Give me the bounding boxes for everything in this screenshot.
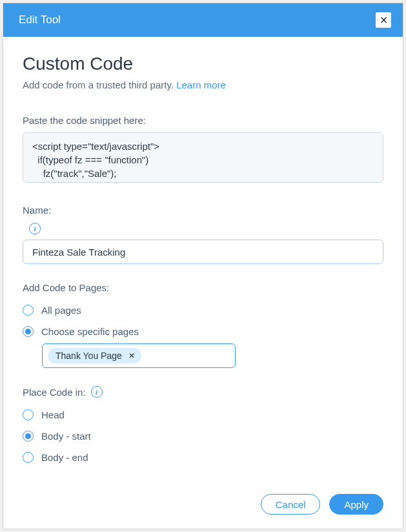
pages-radio-group: All pages Choose specific pages Thank Yo… bbox=[23, 300, 383, 368]
apply-button[interactable]: Apply bbox=[329, 494, 383, 515]
radio-specific-pages-label: Choose specific pages bbox=[41, 326, 139, 337]
specific-pages-input[interactable]: Thank You Page ✕ bbox=[42, 343, 236, 368]
modal-title: Edit Tool bbox=[19, 14, 61, 26]
radio-head[interactable] bbox=[23, 409, 34, 420]
radio-row-specific-pages[interactable]: Choose specific pages bbox=[23, 321, 383, 342]
page-title: Custom Code bbox=[23, 54, 383, 74]
modal-header: Edit Tool ✕ bbox=[3, 3, 403, 37]
page-pill-label: Thank You Page bbox=[56, 351, 122, 361]
code-snippet-input[interactable] bbox=[23, 132, 383, 183]
radio-row-head[interactable]: Head bbox=[23, 404, 383, 425]
code-label: Paste the code snippet here: bbox=[23, 115, 383, 126]
place-radio-group: Head Body - start Body - end bbox=[23, 404, 383, 468]
radio-head-label: Head bbox=[41, 409, 65, 420]
place-code-label: Place Code in: i bbox=[23, 386, 383, 398]
radio-all-pages-label: All pages bbox=[41, 305, 81, 316]
radio-specific-pages[interactable] bbox=[23, 326, 34, 337]
place-code-section: Place Code in: i Head Body - start Body … bbox=[23, 386, 383, 468]
radio-body-end[interactable] bbox=[23, 452, 34, 463]
close-button[interactable]: ✕ bbox=[376, 12, 391, 28]
radio-row-all-pages[interactable]: All pages bbox=[23, 300, 383, 321]
radio-body-end-label: Body - end bbox=[41, 452, 88, 463]
add-pages-label: Add Code to Pages: bbox=[23, 282, 383, 293]
info-icon[interactable]: i bbox=[29, 223, 41, 234]
radio-all-pages[interactable] bbox=[23, 305, 34, 316]
page-subtitle: Add code from a trusted third party. Lea… bbox=[23, 79, 383, 90]
place-code-label-text: Place Code in: bbox=[23, 387, 86, 398]
name-label: Name: bbox=[23, 205, 383, 216]
modal-body: Custom Code Add code from a trusted thir… bbox=[3, 37, 403, 487]
code-section: Paste the code snippet here: bbox=[23, 115, 383, 185]
edit-tool-modal: Edit Tool ✕ Custom Code Add code from a … bbox=[3, 3, 403, 529]
radio-body-start[interactable] bbox=[23, 431, 34, 442]
add-pages-section: Add Code to Pages: All pages Choose spec… bbox=[23, 282, 383, 368]
modal-footer: Cancel Apply bbox=[3, 487, 403, 529]
subtitle-text: Add code from a trusted third party. bbox=[23, 79, 176, 90]
pill-remove-icon[interactable]: ✕ bbox=[127, 351, 136, 360]
close-icon: ✕ bbox=[380, 14, 388, 26]
radio-row-body-start[interactable]: Body - start bbox=[23, 425, 383, 447]
name-input[interactable] bbox=[23, 240, 383, 264]
name-section: Name: i bbox=[23, 205, 383, 264]
page-pill: Thank You Page ✕ bbox=[48, 348, 141, 363]
radio-row-body-end[interactable]: Body - end bbox=[23, 447, 383, 468]
cancel-button[interactable]: Cancel bbox=[261, 494, 321, 515]
radio-body-start-label: Body - start bbox=[41, 431, 91, 442]
info-icon[interactable]: i bbox=[91, 386, 103, 398]
learn-more-link[interactable]: Learn more bbox=[176, 79, 226, 90]
